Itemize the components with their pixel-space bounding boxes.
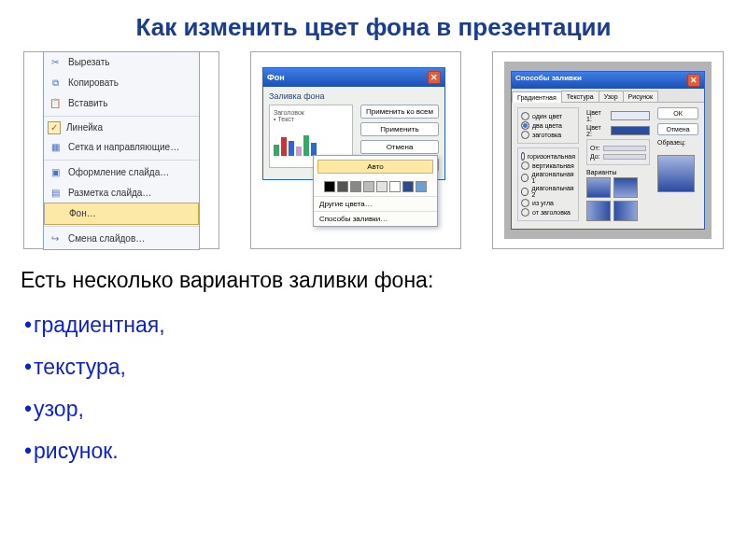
body-text: Есть несколько вариантов заливки фона: г… — [0, 249, 747, 472]
dialog-body: один цвет два цвета заготовка горизонтал… — [512, 103, 704, 230]
color-popup: Авто Другие цвета… Способы заливки… — [313, 155, 438, 227]
menu-label: Фон… — [69, 208, 96, 218]
radio-corner: из угла — [521, 199, 575, 207]
sample-label: Образец: — [657, 139, 698, 146]
to-label: До: — [590, 153, 600, 160]
menu-label: Сетка и направляющие… — [68, 142, 179, 152]
background-icon — [49, 206, 63, 221]
radio-diag1: диагональная 1 — [521, 171, 575, 184]
grid-icon: ▦ — [48, 140, 63, 155]
menu-label: Вставить — [68, 98, 107, 108]
tab-texture: Текстура — [561, 91, 599, 102]
variants-label: Варианты — [586, 169, 650, 175]
option-pattern: узор, — [24, 388, 726, 430]
other-colors-row: Другие цвета… — [314, 196, 437, 211]
dialog-wrap: Фон ✕ Заливка фона Заголовок • Текст — [262, 62, 449, 239]
menu-item-transition: ↪ Смена слайдов… — [44, 229, 199, 249]
intro-text: Есть несколько вариантов заливки фона: — [21, 268, 726, 293]
radio-two-colors: два цвета — [521, 121, 575, 130]
option-texture: текстура, — [24, 346, 726, 388]
transition-icon: ↪ — [48, 231, 63, 246]
cancel-button: Отмена — [657, 123, 698, 135]
scissors-icon: ✂ — [48, 55, 63, 70]
separator — [44, 116, 199, 117]
sample-swatch — [657, 155, 695, 192]
screenshot-background-dialog: Фон ✕ Заливка фона Заголовок • Текст — [250, 51, 461, 249]
color2-row: Цвет 2: — [586, 124, 650, 137]
menu-label: Смена слайдов… — [68, 233, 145, 244]
radio-diag2: диагональная 2 — [521, 185, 575, 198]
dialog-titlebar: Способы заливки ✕ — [512, 72, 704, 89]
page-title: Как изменить цвет фона в презентации — [0, 0, 747, 51]
section-label: Заливка фона — [269, 91, 439, 101]
radio-horizontal: горизонтальная — [521, 152, 575, 161]
fill-effects-dialog: Способы заливки ✕ Градиентная Текстура У… — [511, 71, 705, 230]
layout-icon: ▤ — [48, 186, 63, 201]
menu-label: Линейка — [66, 122, 103, 133]
menu-item-ruler: ✓ Линейка — [44, 119, 199, 137]
preview-heading: Заголовок — [274, 109, 348, 116]
radio-vertical: вертикальная — [521, 161, 575, 170]
option-gradient: градиентная, — [24, 304, 726, 346]
tab-picture: Рисунок — [623, 91, 658, 102]
apply-all-button: Применить ко всем — [360, 105, 439, 119]
close-icon: ✕ — [687, 74, 700, 87]
fill-effects-row: Способы заливки… — [314, 211, 437, 226]
radio-preset: заготовка — [521, 131, 575, 139]
menu-item-layout: ▤ Разметка слайда… — [44, 183, 199, 203]
menu-item-grid: ▦ Сетка и направляющие… — [44, 137, 199, 158]
transparency-group: От: До: — [586, 139, 650, 165]
checkmark-icon: ✓ — [48, 121, 61, 134]
color-swatches — [314, 177, 437, 196]
auto-color-row: Авто — [317, 160, 433, 174]
context-menu: ✂ Вырезать ⧉ Копировать 📋 Вставить ✓ Лин… — [43, 51, 200, 250]
color1-swatch — [611, 111, 650, 120]
menu-label: Разметка слайда… — [68, 188, 151, 198]
copy-icon: ⧉ — [48, 76, 63, 91]
dialog-title: Фон — [267, 73, 285, 82]
close-icon: ✕ — [428, 71, 441, 84]
option-picture: рисунок. — [24, 430, 726, 472]
chart-icon — [274, 132, 348, 156]
menu-item-background: Фон… — [44, 203, 199, 225]
slider-track — [603, 154, 646, 160]
dialog-titlebar: Фон ✕ — [263, 68, 444, 87]
menu-label: Вырезать — [68, 57, 109, 67]
screenshots-row: ✂ Вырезать ⧉ Копировать 📋 Вставить ✓ Лин… — [0, 51, 747, 249]
cancel-button: Отмена — [360, 140, 439, 154]
screenshot-fill-dialog: Способы заливки ✕ Градиентная Текстура У… — [492, 51, 724, 249]
color1-label: Цвет 1: — [586, 109, 607, 122]
tab-row: Градиентная Текстура Узор Рисунок — [512, 89, 704, 103]
preview-text: • Текст — [274, 116, 348, 122]
radio-one-color: один цвет — [521, 112, 575, 120]
variants-grid — [586, 177, 650, 221]
menu-item-cut: ✂ Вырезать — [44, 52, 199, 73]
fill-options-list: градиентная, текстура, узор, рисунок. — [21, 293, 726, 472]
design-icon: ▣ — [48, 165, 63, 180]
app-window: Способы заливки ✕ Градиентная Текстура У… — [504, 62, 712, 239]
slider-track — [603, 146, 646, 151]
menu-label: Оформление слайда… — [68, 167, 169, 177]
from-label: От: — [590, 145, 600, 151]
color2-label: Цвет 2: — [586, 124, 607, 137]
menu-label: Копировать — [68, 77, 119, 88]
dialog-title: Способы заливки — [515, 74, 582, 87]
separator — [44, 160, 199, 161]
screenshot-context-menu: ✂ Вырезать ⧉ Копировать 📋 Вставить ✓ Лин… — [23, 51, 219, 249]
colors-group: один цвет два цвета заготовка — [517, 107, 579, 144]
menu-item-copy: ⧉ Копировать — [44, 73, 199, 93]
radio-title: от заголовка — [521, 208, 575, 217]
color2-swatch — [611, 126, 650, 135]
menu-item-design: ▣ Оформление слайда… — [44, 162, 199, 183]
tab-pattern: Узор — [599, 91, 624, 102]
separator — [44, 226, 199, 227]
auto-label: Авто — [367, 162, 383, 171]
ok-button: ОК — [657, 107, 698, 119]
apply-button: Применить — [360, 122, 439, 136]
color1-row: Цвет 1: — [586, 109, 650, 122]
menu-item-paste: 📋 Вставить — [44, 93, 199, 114]
shading-group: горизонтальная вертикальная диагональная… — [517, 147, 579, 221]
tab-gradient: Градиентная — [512, 91, 562, 103]
paste-icon: 📋 — [48, 96, 63, 111]
